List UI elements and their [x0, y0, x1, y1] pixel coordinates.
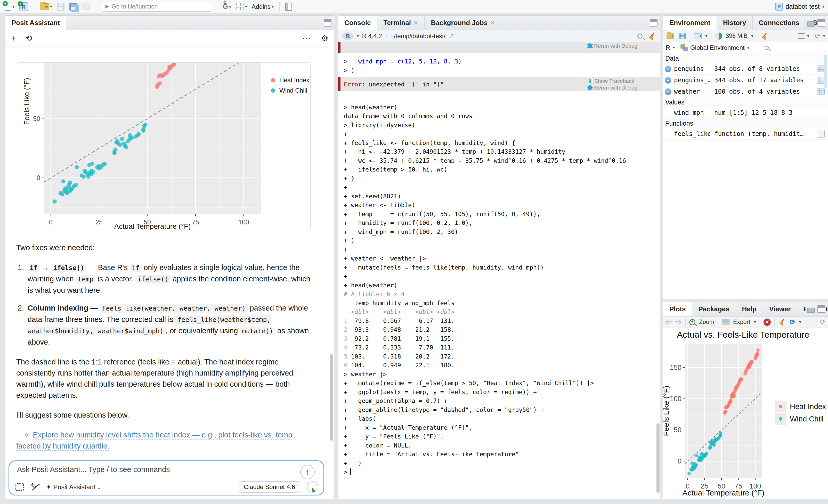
save-all-button[interactable] — [68, 2, 78, 12]
print-button[interactable] — [80, 2, 91, 12]
close-icon[interactable]: ✕ — [490, 19, 495, 26]
show-traceback-link[interactable]: ⬆Show Traceback — [588, 78, 637, 84]
import-caret[interactable]: ▾ — [705, 33, 708, 39]
close-icon[interactable]: ✕ — [413, 19, 418, 26]
publish-caret[interactable]: ▾ — [799, 319, 801, 325]
expand-icon[interactable]: ▸ — [665, 88, 671, 95]
tab-plots[interactable]: Plots — [663, 302, 692, 317]
rerun-with-debug-link[interactable]: Rerun with Debug — [588, 43, 637, 49]
new-file-button[interactable]: +▾ — [4, 2, 16, 12]
memory-caret[interactable]: ▾ — [751, 33, 753, 39]
refresh-icon[interactable]: ⟳ — [815, 32, 821, 40]
list-view-caret[interactable]: ▾ — [807, 33, 810, 39]
version-control-button[interactable]: G+−▾ — [222, 2, 233, 12]
language-selector[interactable]: R — [666, 44, 670, 51]
agent-selector[interactable]: ✦Posit Assistant ⌄ — [46, 484, 101, 491]
tab-history[interactable]: History — [717, 16, 753, 30]
assistant-settings-button[interactable]: ⚙ — [321, 33, 328, 43]
chat-paragraph: The dashed line is the 1:1 reference (fe… — [16, 356, 316, 401]
environment-icon — [680, 44, 688, 51]
maximize-icon[interactable] — [324, 19, 331, 27]
environment-object-row[interactable]: ▸weather100 obs. of 4 variables — [663, 86, 828, 97]
environment-object-row[interactable]: feels_likefunction (temp, humidit… — [663, 128, 828, 139]
chat-history-button[interactable]: ⟲ — [25, 33, 32, 43]
view-table-icon[interactable] — [817, 88, 825, 95]
attach-context-icon[interactable] — [15, 483, 24, 491]
tab-terminal[interactable]: Terminal✕ — [377, 16, 425, 30]
minimize-icon[interactable] — [807, 22, 815, 27]
refresh-caret[interactable]: ▾ — [823, 33, 825, 39]
open-wd-icon[interactable]: ↗ — [449, 32, 454, 40]
memory-usage[interactable]: 396 MiB — [726, 33, 748, 39]
send-button[interactable]: ↑ — [300, 465, 315, 479]
console-output[interactable]: Rerun with Debug> wind_mph = c(12, 5, 18… — [338, 42, 660, 499]
zoom-plot-icon[interactable] — [689, 319, 695, 325]
maximize-icon[interactable] — [818, 305, 825, 313]
console-line: > ) — [338, 66, 660, 75]
console-scrollbar[interactable] — [657, 423, 660, 493]
clear-plots-icon[interactable] — [779, 319, 785, 326]
environment-object-row[interactable]: ▸penguins_…344 obs. of 17 variables — [663, 75, 828, 86]
new-project-button[interactable]: R+ — [18, 2, 29, 12]
r-version-caret[interactable]: ▾ — [357, 33, 359, 39]
goto-file-search[interactable]: ➤ Go to file/function — [101, 2, 212, 12]
addins-menu[interactable]: Addins▾ — [250, 2, 275, 12]
pane-layout-button[interactable] — [284, 2, 293, 12]
save-button[interactable] — [56, 2, 66, 12]
project-menu-caret[interactable]: ▾ — [822, 4, 824, 9]
assistant-input-box[interactable]: Ask Posit Assistant... Type / to see com… — [8, 460, 324, 496]
project-name[interactable]: databot-test — [785, 3, 820, 10]
new-chat-button[interactable]: + — [11, 33, 16, 44]
next-plot-icon[interactable]: ⇨ — [675, 318, 682, 327]
load-workspace-icon[interactable] — [667, 33, 674, 39]
export-plot-icon[interactable] — [722, 319, 730, 325]
tab-console[interactable]: Console — [338, 16, 377, 30]
language-caret[interactable]: ▾ — [673, 45, 675, 50]
expand-icon[interactable]: ▸ — [665, 77, 671, 84]
maximize-icon[interactable] — [818, 19, 825, 27]
environment-search[interactable] — [762, 43, 825, 52]
export-label[interactable]: Export — [733, 319, 750, 326]
environment-selector[interactable]: Global Environment — [690, 44, 745, 51]
expand-icon[interactable]: ▸ — [665, 66, 671, 72]
minimize-icon[interactable] — [807, 308, 815, 313]
tab-packages[interactable]: Packages — [692, 302, 736, 316]
open-file-button[interactable]: ▾ — [39, 2, 53, 12]
tab-background-jobs[interactable]: Background Jobs✕ — [424, 16, 501, 30]
tab-environment[interactable]: Environment — [663, 16, 717, 30]
model-selector[interactable]: Claude Sonnet 4.6 — [239, 481, 300, 493]
search-console-icon[interactable] — [637, 34, 643, 39]
remove-plot-icon[interactable]: ✕ — [763, 319, 771, 326]
clear-environment-icon[interactable] — [761, 33, 768, 39]
tab-posit-assistant[interactable]: Posit Assistant — [5, 16, 66, 30]
zoom-label[interactable]: Zoom — [699, 319, 714, 326]
view-table-icon[interactable] — [817, 66, 825, 72]
previous-plot-icon[interactable]: ⇦ — [665, 318, 672, 327]
save-workspace-icon[interactable] — [679, 33, 686, 39]
rerun-with-debug-link[interactable]: Rerun with Debug — [588, 84, 637, 91]
restore-panes-icon[interactable] — [650, 19, 658, 27]
refresh-plot-icon[interactable]: ⟳ — [820, 318, 826, 326]
working-directory[interactable]: ~/temp/databot-test/ — [390, 33, 446, 40]
no-edit-icon[interactable] — [31, 482, 39, 491]
import-dataset-icon[interactable] — [694, 33, 702, 39]
environment-scrollbar[interactable] — [824, 54, 827, 88]
view-table-icon[interactable] — [817, 77, 825, 84]
list-view-icon[interactable] — [798, 33, 804, 39]
environment-object-row[interactable]: ▸penguins344 obs. of 8 variables — [663, 63, 828, 75]
environment-object-row[interactable]: wind_mphnum [1:5] 12 5 18 8 3 — [663, 107, 828, 118]
suggested-question-link[interactable]: ✧Explore how humidity level shifts the h… — [16, 429, 316, 452]
workspace-panes-button[interactable]: ▾ — [235, 2, 248, 12]
svg-text:100: 100 — [238, 218, 249, 226]
export-caret[interactable]: ▾ — [754, 319, 756, 325]
more-options-button[interactable]: ⋯ — [302, 33, 310, 43]
assistant-scrollbar[interactable] — [330, 354, 333, 441]
tab-help[interactable]: Help — [736, 302, 763, 316]
publish-icon[interactable]: ⟳ — [790, 318, 795, 326]
assistant-scroll-area[interactable]: 0500255075100Actual Temperature (°F)Feel… — [5, 46, 334, 458]
clear-console-icon[interactable] — [648, 32, 656, 40]
tab-viewer[interactable]: Viewer — [763, 302, 797, 316]
tab-connections[interactable]: Connections — [753, 16, 806, 30]
view-function-icon[interactable] — [818, 130, 825, 138]
environment-caret[interactable]: ▾ — [747, 45, 750, 50]
